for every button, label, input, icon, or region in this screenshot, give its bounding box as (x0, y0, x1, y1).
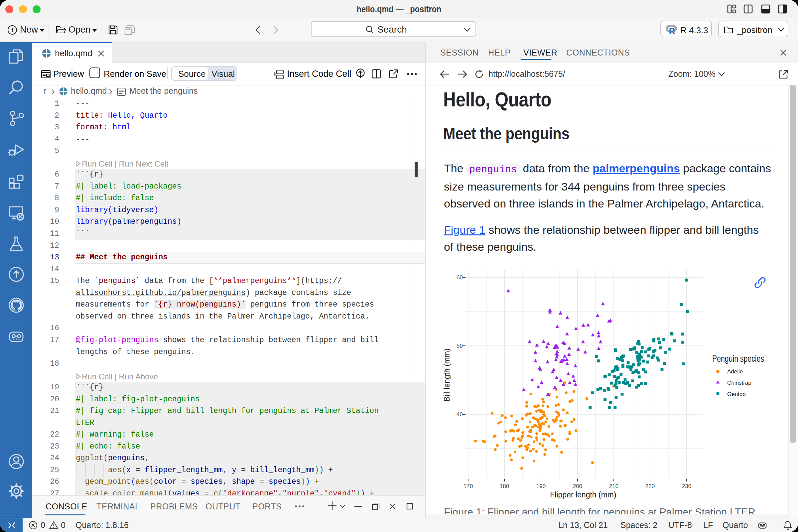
svg-text:170: 170 (463, 483, 473, 490)
svg-text:180: 180 (500, 483, 509, 490)
svg-text:40: 40 (457, 411, 463, 418)
svg-text:220: 220 (645, 483, 655, 490)
svg-text:Penguin species: Penguin species (712, 354, 764, 364)
svg-text:Flipper length (mm): Flipper length (mm) (550, 491, 616, 499)
svg-text:200: 200 (573, 483, 582, 490)
svg-text:R: R (669, 26, 675, 35)
svg-text:Chinstrap: Chinstrap (727, 380, 752, 386)
svg-text:60: 60 (457, 274, 463, 281)
svg-text:190: 190 (536, 483, 546, 490)
svg-text:Gentoo: Gentoo (727, 391, 746, 397)
svg-text:210: 210 (609, 483, 619, 490)
svg-text:Adelie: Adelie (727, 368, 743, 375)
svg-text:230: 230 (682, 483, 691, 490)
svg-text:50: 50 (457, 343, 463, 349)
svg-text:Bill length (mm): Bill length (mm) (442, 348, 451, 402)
